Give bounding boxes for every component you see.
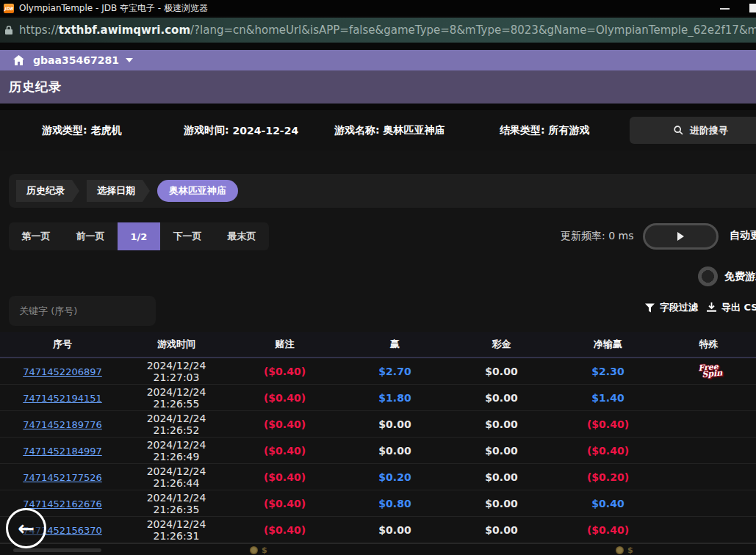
auto-update-toggle[interactable] bbox=[643, 223, 719, 250]
serial-link[interactable]: 7471452184997 bbox=[0, 445, 125, 457]
win-cell-value: $1.80 bbox=[378, 392, 411, 404]
breadcrumb: 历史纪录 选择日期 奥林匹亚神庙 bbox=[9, 174, 756, 208]
chevron-down-icon[interactable] bbox=[126, 58, 133, 62]
serial-link-value[interactable]: 7471452162676 bbox=[23, 498, 102, 509]
serial-link-value[interactable]: 7471452184997 bbox=[23, 446, 102, 457]
net-cell-value: ($0.40) bbox=[587, 524, 629, 536]
jackpot-cell-value: $0.00 bbox=[485, 445, 517, 457]
serial-link[interactable]: 7471452177526 bbox=[0, 471, 125, 483]
back-button[interactable]: ← bbox=[6, 508, 46, 548]
pagination-first[interactable]: 第一页 bbox=[9, 222, 63, 250]
coin-icon bbox=[250, 546, 258, 554]
jackpot-cell-value: $0.00 bbox=[485, 366, 517, 377]
net-cell-value: ($0.40) bbox=[587, 445, 629, 457]
coin-icon bbox=[616, 546, 624, 554]
pagination-next[interactable]: 下一页 bbox=[160, 222, 215, 250]
field-filter-button[interactable]: 字段过滤 bbox=[645, 301, 698, 314]
auto-update-toggle-knob bbox=[645, 225, 716, 247]
column-header-serial: 序号 bbox=[0, 338, 125, 351]
net-cell: $1.40 bbox=[555, 392, 661, 404]
minimize-button[interactable] bbox=[720, 8, 730, 10]
filter-game-time[interactable]: 游戏时间:2024-12-24 bbox=[184, 110, 298, 150]
url-bar[interactable]: https://txthbf.awimqwri.com/?lang=cn&hom… bbox=[0, 18, 756, 43]
net-cell: $0.40 bbox=[555, 498, 661, 509]
bet-cell-value: ($0.40) bbox=[264, 392, 306, 404]
game-time-cell: 2024/12/24 21:27:03 bbox=[125, 360, 228, 383]
serial-link[interactable]: 7471452194151 bbox=[0, 392, 125, 404]
table-row: 74714521563702024/12/24 21:26:31($0.40)$… bbox=[0, 517, 756, 543]
serial-link-value[interactable]: 7471452177526 bbox=[23, 472, 102, 483]
auto-update-label: 自动更新 bbox=[730, 229, 756, 242]
table-row: 74714521849972024/12/24 21:26:49($0.40)$… bbox=[0, 438, 756, 464]
pagination-prev[interactable]: 前一页 bbox=[63, 222, 118, 250]
jackpot-cell: $0.00 bbox=[448, 366, 555, 377]
column-header-time: 游戏时间 bbox=[125, 338, 228, 351]
advanced-search-label: 进阶搜寻 bbox=[690, 124, 728, 137]
serial-link[interactable]: 7471452189776 bbox=[0, 418, 125, 430]
page-title-bar: 历史纪录 bbox=[0, 70, 756, 104]
filter-result-type[interactable]: 结果类型:所有游戏 bbox=[500, 110, 590, 150]
net-cell-value: $0.40 bbox=[591, 498, 624, 509]
bet-cell: ($0.40) bbox=[228, 445, 342, 457]
win-cell-value: $0.00 bbox=[378, 445, 411, 457]
table-row: 74714522068972024/12/24 21:27:03($0.40)$… bbox=[0, 358, 756, 385]
table-body: 74714522068972024/12/24 21:27:03($0.40)$… bbox=[0, 358, 756, 543]
free-games-radio[interactable] bbox=[698, 266, 718, 286]
download-icon bbox=[707, 302, 716, 313]
jdb-logo-icon: JDB bbox=[4, 4, 14, 13]
column-header-special: 特殊 bbox=[661, 338, 756, 351]
win-cell-value: $0.00 bbox=[378, 524, 411, 536]
win-cell: $0.00 bbox=[342, 418, 448, 430]
advanced-search-button[interactable]: 进阶搜寻 bbox=[630, 117, 756, 144]
bet-cell-value: ($0.40) bbox=[264, 498, 306, 509]
serial-link[interactable]: 7471452162676 bbox=[0, 498, 125, 509]
filter-game-type[interactable]: 游戏类型:老虎机 bbox=[42, 110, 122, 150]
account-nav: gbaa35467281 bbox=[0, 50, 756, 70]
jackpot-cell-value: $0.00 bbox=[485, 392, 517, 404]
bet-cell-value: ($0.40) bbox=[264, 471, 306, 483]
serial-link-value[interactable]: 7471452194151 bbox=[23, 393, 102, 404]
url-host: txthbf.awimqwri.com bbox=[59, 23, 190, 37]
serial-link-value[interactable]: 7471452189776 bbox=[23, 419, 102, 430]
breadcrumb-date[interactable]: 选择日期 bbox=[87, 180, 150, 202]
pagination-current: 1/2 bbox=[118, 222, 160, 250]
filter-bar: 游戏类型:老虎机 游戏时间:2024-12-24 游戏名称:奥林匹亚神庙 结果类… bbox=[0, 110, 756, 150]
home-icon[interactable] bbox=[13, 55, 24, 65]
game-time-cell: 2024/12/24 21:26:55 bbox=[125, 386, 228, 410]
page-title: 历史纪录 bbox=[0, 70, 756, 104]
export-csv-button[interactable]: 导出 CSV bbox=[707, 301, 756, 314]
net-cell-value: $2.30 bbox=[591, 366, 624, 377]
table-row: 74714521897762024/12/24 21:26:52($0.40)$… bbox=[0, 411, 756, 438]
bet-cell: ($0.40) bbox=[228, 524, 342, 536]
username-label[interactable]: gbaa35467281 bbox=[33, 54, 119, 66]
serial-link-value[interactable]: 7471452206897 bbox=[23, 366, 102, 377]
breadcrumb-history[interactable]: 历史纪录 bbox=[16, 180, 79, 202]
maximize-button[interactable] bbox=[749, 4, 756, 12]
search-input[interactable] bbox=[9, 296, 156, 326]
back-arrow-icon: ← bbox=[18, 517, 35, 540]
search-icon bbox=[674, 126, 683, 135]
bet-cell: ($0.40) bbox=[228, 498, 342, 509]
jackpot-cell: $0.00 bbox=[448, 392, 555, 404]
jackpot-cell: $0.00 bbox=[448, 445, 555, 457]
column-header-win: 赢 bbox=[342, 338, 448, 351]
net-cell-value: ($0.20) bbox=[587, 471, 629, 483]
net-cell-value: $1.40 bbox=[591, 392, 624, 404]
breadcrumb-game-active[interactable]: 奥林匹亚神庙 bbox=[157, 180, 238, 202]
jackpot-cell: $0.00 bbox=[448, 418, 555, 430]
bet-cell: ($0.40) bbox=[228, 471, 342, 483]
free-games-label: 免费游戏 bbox=[724, 270, 756, 283]
game-time-cell: 2024/12/24 21:26:49 bbox=[125, 439, 228, 462]
pagination-last[interactable]: 最末页 bbox=[215, 222, 269, 250]
history-table: 序号 游戏时间 赌注 赢 彩金 净输赢 特殊 74714522068972024… bbox=[0, 332, 756, 543]
win-cell-value: $0.20 bbox=[378, 471, 411, 483]
net-cell-value: ($0.40) bbox=[587, 418, 629, 430]
partial-summary-row: $ $ bbox=[0, 543, 756, 555]
jackpot-cell-value: $0.00 bbox=[485, 498, 517, 509]
game-time-cell: 2024/12/24 21:26:35 bbox=[125, 492, 228, 515]
filter-game-name[interactable]: 游戏名称:奥林匹亚神庙 bbox=[334, 110, 445, 150]
serial-link[interactable]: 7471452206897 bbox=[0, 366, 125, 377]
jackpot-cell-value: $0.00 bbox=[485, 471, 517, 483]
net-cell: ($0.20) bbox=[555, 471, 661, 483]
net-cell: $2.30 bbox=[555, 366, 661, 377]
